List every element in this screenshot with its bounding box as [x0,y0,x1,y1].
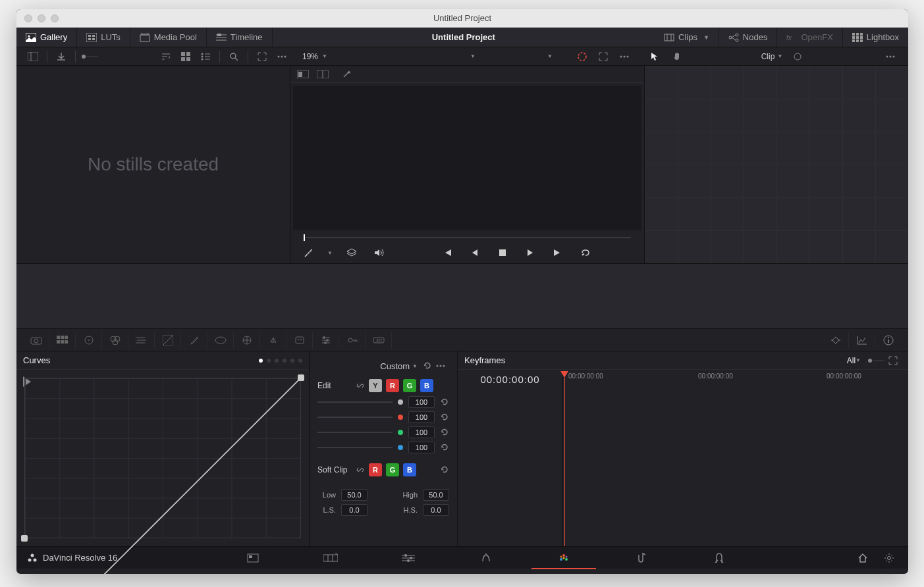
color-wheels-icon[interactable] [76,332,102,349]
cut-page-tab[interactable] [292,547,369,569]
sort-icon[interactable] [157,50,175,63]
curves-more-icon[interactable] [432,359,449,372]
volume-icon[interactable] [371,246,388,259]
grid-view-icon[interactable] [177,50,194,63]
luts-tab[interactable]: LUTs [77,28,130,47]
slider-reset-icon[interactable] [440,428,449,437]
more-icon[interactable] [273,50,290,63]
pointer-icon[interactable] [646,50,663,63]
viewer-canvas[interactable] [293,86,641,230]
stop-icon[interactable] [494,246,511,259]
intensity-slider-3[interactable]: 100 [317,442,449,453]
curve-editor[interactable] [24,378,301,538]
link-icon[interactable] [356,381,365,390]
download-icon[interactable] [53,50,70,63]
nodes-tab[interactable]: Nodes [719,28,778,47]
hand-icon[interactable] [668,50,686,63]
timeline-tab[interactable]: Timeline [207,28,273,47]
keyframe-timeline[interactable]: 00:00:00:00 00:00:00:00 00:00:00:00 [563,370,908,546]
viewer-scrubber[interactable] [290,233,644,242]
fairlight-page-tab[interactable] [603,547,680,569]
expand-icon[interactable] [254,50,271,63]
channel-g-button[interactable]: G [403,379,416,392]
keyframe-palette-icon[interactable] [823,332,849,349]
motion-effects-icon[interactable] [128,332,155,349]
zoom-value[interactable]: 19% [302,52,318,61]
mediapool-tab[interactable]: Media Pool [130,28,207,47]
info-icon[interactable] [875,332,902,349]
node-mode[interactable]: Clip [761,52,775,61]
search-icon[interactable] [225,50,242,63]
intensity-slider-0[interactable]: 100 [317,396,449,408]
openfx-tab[interactable]: fx OpenFX [777,28,842,47]
close-dot[interactable] [24,14,32,22]
layers-icon[interactable] [343,246,360,259]
zoom-dot[interactable] [51,14,59,22]
slider-reset-icon[interactable] [440,413,449,422]
node-panel[interactable] [645,66,908,263]
curves-palette-icon[interactable] [155,332,181,349]
softclip-b-button[interactable]: B [403,463,416,476]
hs-value[interactable]: 0.0 [423,504,449,516]
key-icon[interactable] [339,332,366,349]
curve-point-start[interactable] [21,535,28,542]
softclip-reset-icon[interactable] [440,465,449,474]
magic-mask-icon[interactable] [286,332,313,349]
softclip-g-button[interactable]: G [386,463,399,476]
keyframes-expand-icon[interactable] [884,354,902,367]
slider-dot-icon[interactable] [81,50,98,63]
curves-reset-icon[interactable] [423,361,432,370]
low-value[interactable]: 50.0 [341,489,367,501]
curves-page-dots[interactable] [259,359,302,363]
prev-frame-icon[interactable] [466,246,483,259]
lightbox-tab[interactable]: Lightbox [843,28,908,47]
playhead-icon[interactable] [560,371,568,378]
minimize-dot[interactable] [38,14,45,22]
qualifier-icon[interactable] [207,332,234,349]
sidebar-toggle-icon[interactable] [24,50,41,63]
channel-y-button[interactable]: Y [369,379,382,392]
tracker-icon[interactable] [260,332,286,349]
bypass-icon[interactable] [574,50,591,63]
node-more-icon[interactable] [882,50,899,63]
loop-icon[interactable] [577,246,594,259]
curves-mode-dropdown[interactable]: Custom▼ [380,361,418,371]
keyframes-slider-icon[interactable] [867,354,884,367]
viewer-more-icon[interactable] [616,50,633,63]
gallery-tab[interactable]: Gallery [16,28,77,47]
scopes-icon[interactable] [849,332,875,349]
slider-reset-icon[interactable] [440,397,449,407]
channel-b-button[interactable]: B [420,379,433,392]
eyedropper-icon[interactable] [300,246,317,259]
home-icon[interactable] [854,551,871,565]
clips-dropdown[interactable]: Clips▼ [655,28,719,47]
color-warper-icon[interactable] [181,332,207,349]
viewer-dropdown2[interactable]: ▼ [547,53,553,59]
play-icon[interactable] [522,246,539,259]
rgb-mixer-icon[interactable] [102,332,128,349]
expand-viewer-icon[interactable] [595,50,612,63]
color-match-icon[interactable] [49,332,76,349]
edit-page-tab[interactable] [369,547,447,569]
deliver-page-tab[interactable] [680,547,758,569]
list-view-icon[interactable] [197,50,214,63]
intensity-slider-1[interactable]: 100 [317,411,449,423]
window-icon[interactable] [234,332,260,349]
softclip-link-icon[interactable] [356,465,365,474]
node-circle-icon[interactable] [789,50,806,63]
ls-value[interactable]: 0.0 [341,504,367,516]
intensity-slider-2[interactable]: 100 [317,426,449,438]
sizing-icon[interactable]: 3D [366,332,392,349]
fusion-page-tab[interactable] [447,547,525,569]
softclip-r-button[interactable]: R [369,463,382,476]
curve-point-end[interactable] [298,374,304,381]
keyframes-filter[interactable]: All [847,356,856,365]
channel-r-button[interactable]: R [386,379,399,392]
media-page-tab[interactable] [214,547,292,569]
color-page-tab[interactable] [525,547,603,569]
last-frame-icon[interactable] [549,246,566,259]
first-frame-icon[interactable] [439,246,456,259]
high-value[interactable]: 50.0 [423,489,449,501]
camera-raw-icon[interactable] [23,332,49,349]
slider-reset-icon[interactable] [440,443,449,452]
